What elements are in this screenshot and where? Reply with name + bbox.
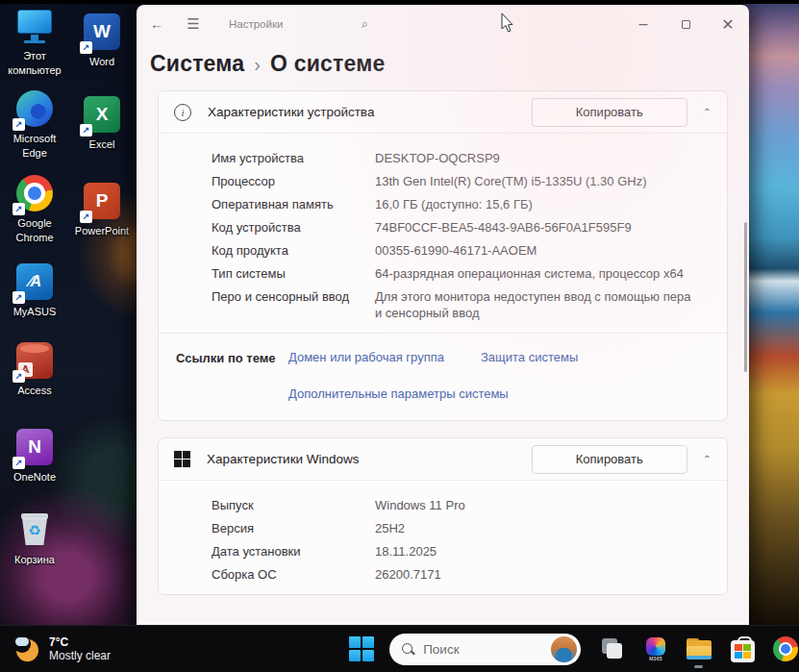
desktop-icon-chrome[interactable]: ↗ Google Chrome (2, 173, 67, 245)
shortcut-overlay-icon: ↗ (80, 211, 92, 223)
spec-label: Процессор (212, 173, 375, 189)
shortcut-overlay-icon: ↗ (12, 291, 25, 304)
desktop-icon-recycle-bin[interactable]: ♻ Корзина (2, 510, 67, 567)
related-links-section: Ссылки по теме Домен или рабочая группа … (159, 334, 727, 420)
spec-value: DESKTOP-OQCRSP9 (375, 150, 694, 166)
advanced-system-settings-link[interactable]: Дополнительные параметры системы (288, 386, 509, 401)
spec-row-os-build: Сборка ОС 26200.7171 (159, 562, 727, 585)
onenote-icon: N ↗ (14, 427, 55, 467)
desktop-icon-myasus[interactable]: ∕A ↗ MyASUS (2, 261, 67, 319)
minimize-button[interactable]: – (622, 8, 664, 40)
close-button[interactable]: ✕ (707, 8, 749, 40)
device-spec-rows: Имя устройства DESKTOP-OQCRSP9 Процессор… (159, 134, 727, 333)
spec-value: 00355-61990-46171-AAOEM (375, 242, 694, 259)
store-icon (731, 640, 755, 662)
copilot-m365-button[interactable]: M365 (642, 630, 669, 668)
domain-workgroup-link[interactable]: Домен или рабочая группа (288, 350, 444, 364)
window-titlebar: ← ☰ Настройки ⌕ – ✕ (137, 5, 749, 43)
spec-label: Дата установки (212, 543, 375, 560)
desktop-icon-edge[interactable]: ↗ Microsoft Edge (2, 88, 67, 161)
breadcrumb-root[interactable]: Система (150, 51, 244, 76)
back-button[interactable]: ← (142, 12, 171, 37)
copilot-label: M365 (646, 656, 665, 661)
spec-row-install-date: Дата установки 18.11.2025 (159, 539, 727, 562)
copilot-icon (646, 637, 665, 656)
spec-label: Имя устройства (212, 150, 375, 166)
maximize-button[interactable] (664, 8, 707, 40)
search-icon[interactable]: ⌕ (350, 12, 379, 37)
shortcut-overlay-icon: ↗ (12, 118, 25, 131)
scrollbar-thumb[interactable] (744, 222, 747, 372)
desktop-icon-label: Google Chrome (2, 216, 67, 245)
desktop-icon-word[interactable]: W ↗ Word (69, 12, 135, 69)
spec-row-product-id: Код продукта 00355-61990-46171-AAOEM (159, 238, 727, 261)
taskbar-search[interactable] (389, 634, 581, 665)
spec-label: Версия (212, 520, 375, 536)
chevron-up-icon[interactable]: ⌃ (703, 107, 712, 116)
spec-value: 25H2 (375, 520, 694, 536)
this-pc-icon (14, 6, 55, 46)
breadcrumb: Система›О системе (137, 43, 749, 77)
shortcut-overlay-icon: ↗ (12, 370, 25, 383)
windows-specs-header[interactable]: Характеристики Windows Копировать ⌃ (159, 438, 727, 480)
start-button[interactable] (349, 636, 374, 661)
taskbar: 7°C Mostly clear M365 (0, 625, 799, 672)
desktop-icon-label: Этот компьютер (2, 49, 67, 78)
search-daily-image (551, 636, 577, 662)
desktop-icon-label: Корзина (2, 553, 67, 567)
desktop-icon-label: PowerPoint (69, 224, 135, 238)
desktop-icon-onenote[interactable]: N ↗ OneNote (2, 427, 67, 485)
shortcut-overlay-icon: ↗ (80, 124, 92, 137)
spec-value: Windows 11 Pro (375, 497, 694, 513)
search-icon (402, 643, 414, 656)
desktop-icon-label: OneNote (2, 470, 67, 485)
device-specs-card: i Характеристики устройства Копировать ⌃… (158, 90, 728, 421)
spec-value: Для этого монитора недоступен ввод с пом… (375, 288, 694, 321)
weather-condition: Mostly clear (49, 649, 111, 662)
chevron-up-icon[interactable]: ⌃ (703, 454, 712, 463)
copy-windows-specs-button[interactable]: Копировать (532, 445, 687, 474)
spec-row-edition: Выпуск Windows 11 Pro (159, 493, 727, 516)
nav-menu-icon[interactable]: ☰ (179, 12, 208, 37)
desktop-icon-this-pc[interactable]: Этот компьютер (2, 6, 67, 78)
settings-window: ← ☰ Настройки ⌕ – ✕ Система›О системе i … (137, 5, 749, 625)
desktop-icon-label: Access (2, 384, 67, 398)
weather-widget[interactable]: 7°C Mostly clear (13, 635, 157, 662)
word-icon: W ↗ (82, 12, 122, 52)
copy-device-specs-button[interactable]: Копировать (532, 98, 687, 127)
spec-value: 74BF0CCF-BEA5-4843-9AB6-56F0A1F595F9 (375, 219, 694, 236)
screen: Этот компьютер ↗ Microsoft Edge ↗ Google… (0, 0, 799, 672)
spec-value: 26200.7171 (375, 566, 694, 583)
file-explorer-icon (687, 638, 712, 660)
desktop-icon-access[interactable]: A ↗ Access (2, 340, 67, 398)
system-protection-link[interactable]: Защита системы (481, 350, 578, 364)
access-icon: A ↗ (14, 340, 55, 381)
spec-value: 13th Gen Intel(R) Core(TM) i5-1335U (1.3… (375, 173, 694, 189)
screen-bezel (0, 0, 799, 4)
edge-icon: ↗ (14, 88, 55, 129)
spec-row-system-type: Тип системы 64-разрядная операционная си… (159, 261, 727, 285)
spec-row-processor: Процессор 13th Gen Intel(R) Core(TM) i5-… (159, 169, 727, 192)
windows-logo-icon (174, 451, 190, 467)
shortcut-overlay-icon: ↗ (80, 41, 92, 54)
desktop-icon-excel[interactable]: X ↗ Excel (69, 94, 135, 152)
chrome-taskbar-button[interactable] (772, 630, 799, 668)
spec-row-version: Версия 25H2 (159, 516, 727, 539)
spec-label: Перо и сенсорный ввод (212, 288, 375, 321)
related-links-label: Ссылки по теме (176, 350, 288, 401)
microsoft-store-button[interactable] (729, 630, 756, 668)
spec-label: Выпуск (212, 497, 375, 513)
task-view-button[interactable] (599, 630, 626, 668)
search-input[interactable] (423, 642, 529, 657)
window-title: Настройки (229, 18, 283, 30)
desktop-icon-powerpoint[interactable]: P ↗ PowerPoint (69, 181, 135, 238)
device-specs-header[interactable]: i Характеристики устройства Копировать ⌃ (159, 91, 727, 133)
shortcut-overlay-icon: ↗ (12, 457, 25, 469)
wallpaper-right-strip (744, 0, 799, 625)
spec-value: 18.11.2025 (375, 543, 694, 560)
windows-specs-card: Характеристики Windows Копировать ⌃ Выпу… (158, 437, 728, 595)
file-explorer-button[interactable] (686, 630, 712, 668)
breadcrumb-separator-icon: › (254, 54, 261, 75)
spec-label: Сборка ОС (212, 566, 375, 583)
chrome-icon (773, 636, 798, 661)
